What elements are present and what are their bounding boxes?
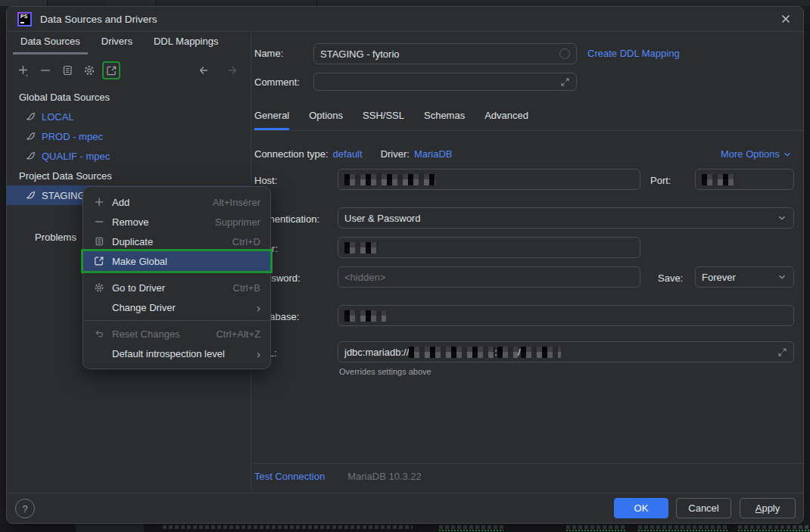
remove-icon[interactable]: [36, 61, 55, 79]
menu-shortcut: Ctrl+D: [232, 236, 260, 247]
comment-input[interactable]: [313, 73, 577, 91]
gear-icon: [93, 282, 105, 294]
submenu-arrow-icon: ›: [257, 302, 260, 313]
database-input[interactable]: [338, 305, 794, 326]
cancel-button[interactable]: Cancel: [676, 498, 731, 518]
blurred-text: [439, 525, 503, 529]
menu-item-label: Change Driver: [112, 302, 176, 313]
menu-item-default-introspection-level[interactable]: Default introspection level ›: [83, 344, 270, 363]
submenu-arrow-icon: ›: [257, 348, 260, 359]
menu-item-change-driver[interactable]: Change Driver ›: [83, 297, 270, 317]
url-note: Overrides settings above: [339, 367, 431, 376]
menu-shortcut: Ctrl+B: [233, 282, 260, 294]
blurred-text: [638, 525, 729, 529]
tab-drivers[interactable]: Drivers: [94, 31, 140, 54]
background-tab: [0, 0, 48, 6]
settings-gear-icon[interactable]: [80, 61, 98, 79]
duplicate-icon[interactable]: [58, 61, 76, 79]
port-label: Port:: [650, 175, 671, 186]
tab-data-sources[interactable]: Data Sources: [13, 31, 88, 54]
url-input[interactable]: jdbc:mariadb:// : /: [338, 341, 794, 362]
authentication-dropdown[interactable]: User & Password: [338, 207, 794, 229]
menu-item-go-to-driver[interactable]: Go to Driver Ctrl+B: [83, 278, 270, 297]
host-label: Host:: [254, 175, 277, 186]
tab-options[interactable]: Options: [309, 110, 343, 130]
problems-label[interactable]: Problems: [35, 232, 76, 243]
background-divider: [316, 0, 317, 6]
connection-type-row: Connection type: default Driver: MariaDB: [254, 148, 452, 160]
left-tab-bar: Data Sources Drivers DDL Mappings: [7, 31, 251, 54]
tree-item-qualif[interactable]: QUALIF - mpec: [7, 146, 250, 166]
menu-item-label: Make Global: [112, 256, 167, 267]
connection-type-label: Connection type:: [254, 148, 329, 160]
user-input[interactable]: [338, 237, 640, 258]
forward-arrow-icon[interactable]: [223, 61, 241, 79]
more-options-link[interactable]: More Options: [721, 148, 793, 160]
background-ide-top: [0, 0, 810, 6]
menu-item-label: Remove: [112, 216, 148, 228]
menu-item-label: Default introspection level: [112, 348, 225, 359]
mariadb-icon: [25, 190, 36, 201]
expand-icon[interactable]: [560, 77, 570, 87]
driver-version: MariaDB 10.3.22: [347, 471, 422, 482]
close-icon[interactable]: [779, 12, 793, 26]
tree-section-project: Project Data Sources: [7, 166, 250, 185]
tab-ddl-mappings[interactable]: DDL Mappings: [146, 31, 226, 54]
save-dropdown[interactable]: Forever: [695, 266, 794, 288]
back-arrow-icon[interactable]: [195, 61, 213, 79]
name-value: STAGING - fytorio: [320, 48, 400, 60]
ok-button[interactable]: OK: [614, 498, 668, 518]
url-prefix: jdbc:mariadb://: [344, 347, 409, 358]
apply-mnemonic: A: [755, 502, 762, 514]
name-input[interactable]: STAGING - fytorio: [313, 43, 577, 64]
add-icon[interactable]: [14, 61, 33, 79]
tree-item-local[interactable]: LOCAL: [7, 107, 250, 126]
test-connection-link[interactable]: Test Connection: [254, 471, 325, 482]
tree-item-prod[interactable]: PROD - mpec: [7, 126, 250, 146]
tab-advanced[interactable]: Advanced: [484, 110, 528, 130]
tab-general[interactable]: General: [254, 110, 289, 130]
tab-divider: [251, 130, 803, 131]
minus-icon: [93, 216, 105, 228]
menu-item-duplicate[interactable]: Duplicate Ctrl+D: [83, 232, 270, 251]
spellcheck-squiggle: [738, 530, 810, 531]
dialog-title: Data Sources and Drivers: [40, 14, 157, 25]
phpstorm-logo-icon: PS: [17, 12, 32, 26]
tree-section-global: Global Data Sources: [7, 87, 250, 107]
data-sources-dialog: PS Data Sources and Drivers Data Sources…: [6, 6, 804, 524]
menu-item-make-global[interactable]: Make Global: [83, 251, 270, 271]
menu-item-add[interactable]: Add Alt+Insérer: [83, 192, 270, 212]
chevron-down-icon: [777, 272, 787, 282]
tree-item-label: QUALIF - mpec: [42, 151, 110, 162]
help-button[interactable]: ?: [15, 499, 35, 518]
mariadb-icon: [25, 131, 36, 142]
footer-divider: [7, 493, 803, 493]
more-options-label: More Options: [721, 148, 780, 160]
password-placeholder: <hidden>: [344, 272, 385, 283]
background-ide-bottom: [0, 524, 810, 532]
export-icon: [93, 255, 105, 267]
tab-schemas[interactable]: Schemas: [424, 110, 465, 130]
menu-item-remove[interactable]: Remove Supprimer: [83, 212, 270, 232]
connection-type-value[interactable]: default: [333, 148, 363, 160]
name-label: Name:: [254, 48, 283, 59]
tab-ssh-ssl[interactable]: SSH/SSL: [363, 110, 404, 130]
menu-item-reset-changes[interactable]: Reset Changes Ctrl+Alt+Z: [83, 324, 270, 344]
driver-value-link[interactable]: MariaDB: [414, 148, 453, 160]
make-global-icon[interactable]: [102, 61, 120, 79]
redacted-user-value: [344, 242, 379, 254]
host-input[interactable]: [338, 169, 640, 190]
port-input[interactable]: [695, 169, 794, 190]
redacted-host-value: [344, 174, 435, 185]
create-ddl-mapping-link[interactable]: Create DDL Mapping: [587, 48, 680, 59]
redacted-database-value: [344, 310, 386, 322]
spellcheck-squiggle: [566, 530, 627, 531]
connection-tab-bar: General Options SSH/SSL Schemas Advanced: [254, 110, 528, 130]
expand-icon[interactable]: [777, 347, 787, 357]
test-connection-row: Test Connection MariaDB 10.3.22: [254, 471, 422, 482]
spellcheck-squiggle: [439, 530, 503, 531]
copy-icon: [93, 235, 105, 247]
apply-button[interactable]: Apply: [740, 498, 796, 518]
password-input[interactable]: <hidden>: [338, 266, 640, 288]
comment-label: Comment:: [254, 76, 300, 88]
